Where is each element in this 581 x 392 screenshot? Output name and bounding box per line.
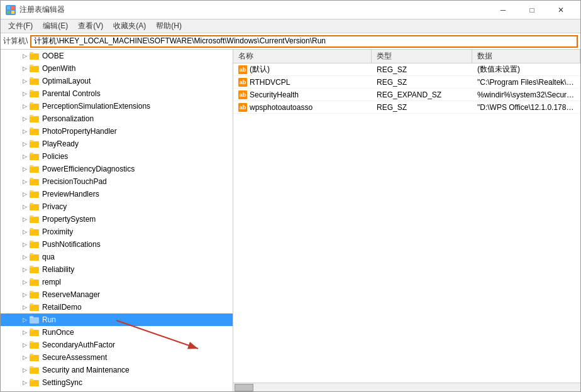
reg-name-text: SecurityHealth [250,90,299,99]
menu-file[interactable]: 文件(F) [3,19,38,33]
expand-icon[interactable]: ▷ [19,302,30,312]
svg-rect-51 [30,341,33,343]
tree-item[interactable]: ▷ rempl [1,276,233,288]
expand-icon[interactable]: ▷ [19,89,30,99]
expand-icon[interactable]: ▷ [19,315,30,325]
expand-icon[interactable]: ▷ [19,177,30,187]
tree-item[interactable]: ▷ Proximity [1,226,233,238]
tree-item[interactable]: ▷ PowerEfficiencyDiagnostics [1,163,233,175]
tree-item[interactable]: ▷ PropertySystem [1,213,233,226]
tree-item-label: PreviewHandlers [42,190,99,199]
tree-item[interactable]: ▷ SecureAssessment [1,351,233,364]
folder-icon [30,139,40,148]
tree-item[interactable]: ▷ SettingSync [1,376,233,389]
tree-item[interactable]: ▷ PerceptionSimulationExtensions [1,100,233,112]
tree-item-label: PowerEfficiencyDiagnostics [42,165,135,173]
expand-icon[interactable]: ▷ [19,76,30,86]
folder-icon [30,278,40,286]
expand-icon[interactable]: ▷ [19,214,30,224]
tree-item[interactable]: ▷ ReserveManager [1,288,233,301]
svg-rect-7 [30,65,33,67]
menu-favorites[interactable]: 收藏夹(A) [108,19,151,33]
maximize-button[interactable]: □ [517,1,546,19]
folder-icon [30,64,40,73]
expand-icon[interactable]: ▷ [19,189,30,199]
tree-item[interactable]: ▷ PlayReady [1,138,233,150]
svg-rect-40 [30,280,39,286]
svg-rect-9 [30,77,33,79]
minimize-button[interactable]: ─ [489,1,517,19]
expand-icon[interactable]: ▷ [19,202,30,212]
tree-item[interactable]: ▷ Reliability [1,263,233,276]
menu-edit[interactable]: 编辑(E) [38,19,73,33]
tree-item[interactable]: ▷ qua [1,251,233,263]
expand-icon[interactable]: ▷ [19,378,30,388]
expand-icon[interactable]: ▷ [19,340,30,350]
reg-name-text: wpsphotoautoasso [250,103,313,112]
cell-data: "D:\WPS Office\12.1.0.17827\office6\p [472,103,580,112]
tree-item[interactable]: ▷ OptimalLayout [1,75,233,87]
cell-data: %windir%\system32\SecurityHealthSys [472,90,580,99]
tree-item[interactable]: ▷ Security and Maintenance [1,364,233,376]
svg-rect-4 [30,53,39,60]
expand-icon[interactable]: ▷ [19,151,30,161]
table-row[interactable]: ab(默认)REG_SZ(数值未设置) [233,63,580,76]
expand-icon[interactable]: ▷ [19,126,30,136]
menu-help[interactable]: 帮助(H) [151,19,187,33]
folder-icon [30,378,40,387]
svg-rect-41 [30,278,33,280]
tree-item[interactable]: ▷ PushNotifications [1,238,233,251]
close-button[interactable]: ✕ [546,1,575,19]
table-row[interactable]: abRTHDVCPLREG_SZ"C:\Program Files\Realte… [233,76,580,89]
tree-item[interactable]: ▷ PhotoPropertyHandler [1,125,233,138]
header-data: 数据 [472,50,580,63]
tree-item-label: RetailDemo [42,303,82,312]
expand-icon[interactable]: ▷ [19,114,30,124]
tree-item[interactable]: ▷ SecondaryAuthFactor [1,339,233,351]
tree-item[interactable]: ▷ RetailDemo [1,301,233,313]
expand-icon[interactable]: ▷ [19,164,30,174]
tree-item[interactable]: ▷ Run [1,313,233,326]
tree-item[interactable]: ▷ PrecisionTouchPad [1,175,233,188]
svg-rect-50 [30,342,39,349]
svg-rect-3 [11,11,14,14]
horizontal-scrollbar[interactable] [235,384,253,391]
expand-icon[interactable]: ▷ [19,277,30,287]
tree-item[interactable]: ▷ Parental Controls [1,87,233,100]
expand-icon[interactable]: ▷ [19,252,30,262]
tree-item[interactable]: ▷ OpenWith [1,62,233,75]
expand-icon[interactable]: ▷ [19,101,30,111]
expand-icon[interactable]: ▷ [19,290,30,300]
horizontal-scrollbar-area [233,383,580,391]
tree-item[interactable]: ▷ Privacy [1,200,233,213]
tree-item[interactable]: ▷ Policies [1,150,233,163]
svg-rect-22 [30,166,39,173]
table-row[interactable]: abwpsphotoautoassoREG_SZ"D:\WPS Office\1… [233,101,580,114]
tree-item-label: Parental Controls [42,89,101,98]
cell-data: "C:\Program Files\Realtek\Audio\HDA [472,78,580,87]
svg-rect-37 [30,253,33,255]
expand-icon[interactable]: ▷ [19,365,30,375]
expand-icon[interactable]: ▷ [19,227,30,237]
tree-item[interactable]: ▷ OOBE [1,50,233,62]
tree-scroll[interactable]: ▷ OOBE▷ OpenWith▷ OptimalLayout▷ Parenta… [1,50,233,391]
menu-view[interactable]: 查看(V) [73,19,108,33]
svg-rect-13 [30,102,33,104]
expand-icon[interactable]: ▷ [19,239,30,249]
expand-icon[interactable]: ▷ [19,139,30,149]
tree-item[interactable]: ▷ Personalization [1,112,233,125]
table-row[interactable]: abSecurityHealthREG_EXPAND_SZ%windir%\sy… [233,89,580,101]
expand-icon[interactable]: ▷ [19,63,30,74]
address-input[interactable] [30,35,578,48]
tree-item[interactable]: ▷ PreviewHandlers [1,188,233,200]
tree-item[interactable]: ▷ RunOnce [1,326,233,339]
tree-item-label: Personalization [42,114,94,123]
expand-icon[interactable]: ▷ [19,264,30,275]
expand-icon[interactable]: ▷ [19,51,30,61]
cell-name: abwpsphotoautoasso [233,103,372,112]
svg-rect-36 [30,254,39,261]
expand-icon[interactable]: ▷ [19,327,30,337]
cell-type: REG_SZ [372,78,472,87]
expand-icon[interactable]: ▷ [19,352,30,362]
address-label: 计算机\ [3,36,28,46]
